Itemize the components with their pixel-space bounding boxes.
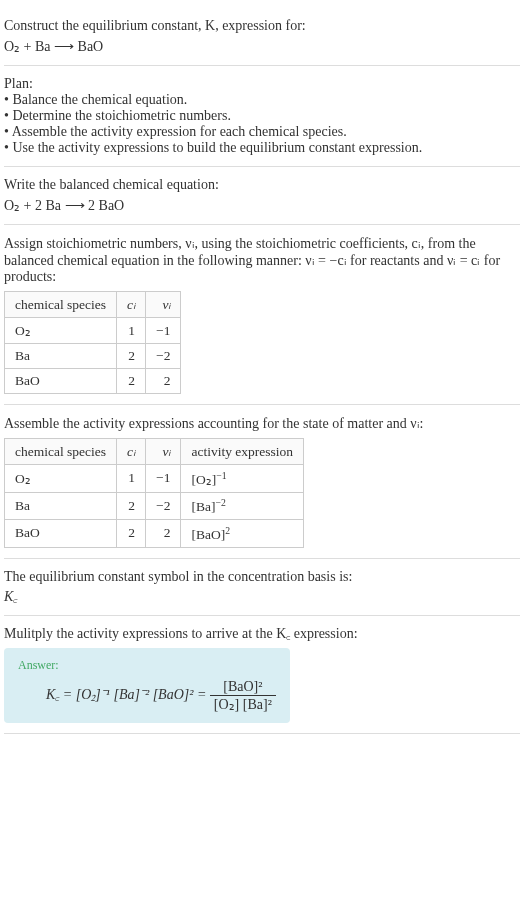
th-ci: cᵢ	[117, 439, 146, 465]
cell-activity: [BaO]2	[181, 520, 304, 548]
balanced-section: Write the balanced chemical equation: O₂…	[4, 167, 520, 225]
activity-section: Assemble the activity expressions accoun…	[4, 405, 520, 559]
cell-vi: −1	[146, 465, 181, 493]
table-row: BaO 2 2	[5, 369, 181, 394]
cell-ci: 1	[117, 318, 146, 344]
intro-line: Construct the equilibrium constant, K, e…	[4, 18, 520, 34]
cell-vi: 2	[146, 369, 181, 394]
plan-bullet-3: • Assemble the activity expression for e…	[4, 124, 520, 140]
table-header-row: chemical species cᵢ νᵢ	[5, 292, 181, 318]
cell-ci: 2	[117, 369, 146, 394]
table-row: Ba 2 −2	[5, 344, 181, 369]
answer-fraction: [BaO]² [O₂] [Ba]²	[210, 679, 276, 713]
table-row: BaO 2 2 [BaO]2	[5, 520, 304, 548]
cell-vi: −2	[146, 492, 181, 520]
intro-equation: O₂ + Ba ⟶ BaO	[4, 38, 520, 55]
cell-vi: 2	[146, 520, 181, 548]
answer-box: Answer: K꜀ = [O₂]⁻¹ [Ba]⁻² [BaO]² = [BaO…	[4, 648, 290, 723]
symbol-value: K꜀	[4, 589, 520, 605]
answer-lhs: K꜀ = [O₂]⁻¹ [Ba]⁻² [BaO]² =	[46, 687, 210, 702]
stoich-table: chemical species cᵢ νᵢ O₂ 1 −1 Ba 2 −2 B…	[4, 291, 181, 394]
cell-species: BaO	[5, 369, 117, 394]
th-vi: νᵢ	[146, 292, 181, 318]
plan-bullet-2: • Determine the stoichiometric numbers.	[4, 108, 520, 124]
plan-bullet-1: • Balance the chemical equation.	[4, 92, 520, 108]
th-ci: cᵢ	[117, 292, 146, 318]
fraction-numerator: [BaO]²	[210, 679, 276, 696]
stoich-text: Assign stoichiometric numbers, νᵢ, using…	[4, 235, 520, 285]
balanced-equation: O₂ + 2 Ba ⟶ 2 BaO	[4, 197, 520, 214]
cell-activity: [O₂]−1	[181, 465, 304, 493]
cell-ci: 2	[117, 492, 146, 520]
cell-ci: 2	[117, 344, 146, 369]
activity-table: chemical species cᵢ νᵢ activity expressi…	[4, 438, 304, 548]
cell-species: O₂	[5, 318, 117, 344]
cell-species: Ba	[5, 344, 117, 369]
cell-ci: 1	[117, 465, 146, 493]
th-species: chemical species	[5, 439, 117, 465]
table-header-row: chemical species cᵢ νᵢ activity expressi…	[5, 439, 304, 465]
symbol-text: The equilibrium constant symbol in the c…	[4, 569, 520, 585]
cell-vi: −2	[146, 344, 181, 369]
plan-bullet-4: • Use the activity expressions to build …	[4, 140, 520, 156]
table-row: O₂ 1 −1	[5, 318, 181, 344]
balanced-heading: Write the balanced chemical equation:	[4, 177, 520, 193]
intro-section: Construct the equilibrium constant, K, e…	[4, 8, 520, 66]
activity-text: Assemble the activity expressions accoun…	[4, 415, 520, 432]
fraction-denominator: [O₂] [Ba]²	[210, 696, 276, 713]
cell-species: Ba	[5, 492, 117, 520]
th-species: chemical species	[5, 292, 117, 318]
multiply-section: Mulitply the activity expressions to arr…	[4, 616, 520, 734]
plan-section: Plan: • Balance the chemical equation. •…	[4, 66, 520, 167]
plan-heading: Plan:	[4, 76, 520, 92]
table-row: O₂ 1 −1 [O₂]−1	[5, 465, 304, 493]
th-vi: νᵢ	[146, 439, 181, 465]
th-activity: activity expression	[181, 439, 304, 465]
intro-text-1: Construct the equilibrium constant, K, e…	[4, 18, 306, 33]
answer-label: Answer:	[18, 658, 276, 673]
cell-species: BaO	[5, 520, 117, 548]
cell-vi: −1	[146, 318, 181, 344]
answer-equation: K꜀ = [O₂]⁻¹ [Ba]⁻² [BaO]² = [BaO]² [O₂] …	[46, 679, 276, 713]
stoich-section: Assign stoichiometric numbers, νᵢ, using…	[4, 225, 520, 405]
table-row: Ba 2 −2 [Ba]−2	[5, 492, 304, 520]
cell-activity: [Ba]−2	[181, 492, 304, 520]
cell-species: O₂	[5, 465, 117, 493]
cell-ci: 2	[117, 520, 146, 548]
symbol-section: The equilibrium constant symbol in the c…	[4, 559, 520, 616]
multiply-text: Mulitply the activity expressions to arr…	[4, 626, 520, 642]
